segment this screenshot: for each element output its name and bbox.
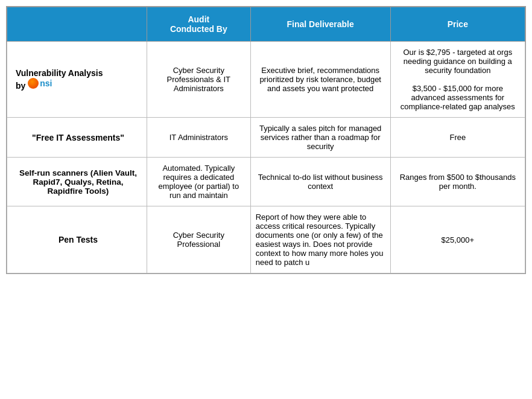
row-label-vulnerability: Vulnerability Analysis by nsi (7, 42, 147, 118)
col-header-deliverable: Final Deliverable (250, 7, 390, 42)
row-price-scanners: Ranges from $500 to $thousands per month… (390, 158, 525, 206)
row-deliverable-pen-tests: Report of how they were able to access c… (250, 206, 390, 273)
table-row: Vulnerability Analysis by nsi Cyber Secu… (7, 42, 525, 118)
comparison-table: Audit Conducted By Final Deliverable Pri… (6, 6, 526, 274)
row-label-scanners: Self-run scanners (Alien Vault, Rapid7, … (7, 158, 147, 206)
row-label-pen-tests: Pen Tests (7, 206, 147, 273)
col-header-empty (7, 7, 147, 42)
nsi-logo-ball (28, 78, 39, 89)
row-price-pen-tests: $25,000+ (390, 206, 525, 273)
row-deliverable-free-it: Typically a sales pitch for managed serv… (250, 118, 390, 158)
table-row: Pen Tests Cyber Security Professional Re… (7, 206, 525, 273)
row-price-vulnerability: Our is $2,795 - targeted at orgs needing… (390, 42, 525, 118)
table-row: "Free IT Assessments" IT Administrators … (7, 118, 525, 158)
row-price-free-it: Free (390, 118, 525, 158)
row-audit-vulnerability: Cyber Security Professionals & IT Admini… (147, 42, 250, 118)
col-header-audit: Audit Conducted By (147, 7, 250, 42)
row-audit-scanners: Automated. Typically requires a dedicate… (147, 158, 250, 206)
row-deliverable-scanners: Technical to-do list without business co… (250, 158, 390, 206)
col-header-price: Price (390, 7, 525, 42)
row-label-free-it: "Free IT Assessments" (7, 118, 147, 158)
row-audit-pen-tests: Cyber Security Professional (147, 206, 250, 273)
table-row: Self-run scanners (Alien Vault, Rapid7, … (7, 158, 525, 206)
row-audit-free-it: IT Administrators (147, 118, 250, 158)
row-deliverable-vulnerability: Executive brief, recommendations priorit… (250, 42, 390, 118)
nsi-logo-text: nsi (40, 78, 52, 88)
